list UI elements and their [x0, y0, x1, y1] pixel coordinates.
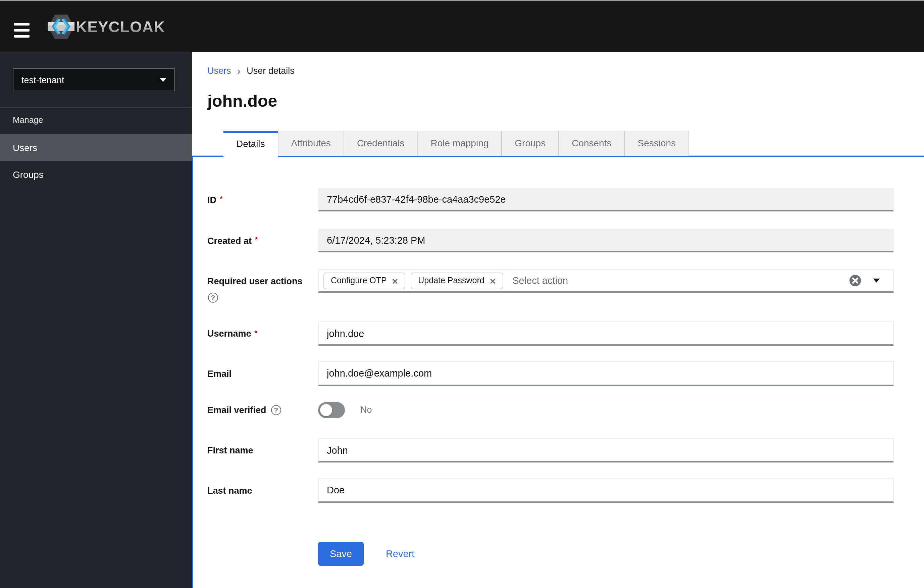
required-asterisk: *: [255, 235, 258, 243]
help-icon[interactable]: ?: [271, 405, 281, 415]
toggle-knob: [320, 404, 332, 416]
save-button[interactable]: Save: [318, 542, 364, 566]
tabs: Details Attributes Credentials Role mapp…: [223, 131, 689, 157]
required-user-actions-multiselect[interactable]: Configure OTP × Update Password × Select…: [318, 269, 894, 293]
tab-credentials[interactable]: Credentials: [343, 131, 417, 156]
field-label-id: ID*: [207, 195, 223, 205]
form-row-last-name: Last name: [192, 478, 924, 503]
clear-selection-icon[interactable]: [850, 275, 861, 286]
hamburger-icon: [14, 23, 30, 25]
menu-toggle-button[interactable]: [14, 23, 30, 38]
last-name-input[interactable]: [318, 478, 894, 503]
realm-selector[interactable]: test-tenant: [13, 68, 175, 91]
form-row-first-name: First name: [192, 438, 924, 462]
field-label-first-name: First name: [207, 445, 253, 456]
field-label-email: Email: [207, 368, 231, 378]
form-row-username: Username*: [192, 322, 924, 346]
email-verified-toggle[interactable]: [318, 402, 345, 418]
realm-selector-value: test-tenant: [21, 75, 160, 85]
field-label-last-name: Last name: [207, 485, 252, 496]
tab-groups[interactable]: Groups: [501, 131, 558, 156]
sidebar-item-groups[interactable]: Groups: [0, 161, 192, 188]
field-label-username: Username*: [207, 329, 257, 339]
id-input: [318, 188, 894, 211]
email-verified-state: No: [360, 402, 372, 418]
chip-update-password: Update Password ×: [411, 272, 503, 289]
sidebar-item-users[interactable]: Users: [0, 134, 192, 161]
tab-role-mapping[interactable]: Role mapping: [417, 131, 502, 156]
field-label-required-user-actions: Required user actions: [207, 276, 303, 286]
close-icon[interactable]: ×: [490, 276, 496, 286]
sidebar-item-label: Groups: [13, 169, 44, 180]
multiselect-placeholder: Select action: [512, 275, 568, 286]
keycloak-admin-console: KEYCLOAK test-tenant Manage Users Groups…: [0, 0, 924, 588]
brand-text: KEYCLOAK: [76, 18, 165, 36]
sidebar: test-tenant Manage Users Groups: [0, 52, 192, 588]
keycloak-logo: KEYCLOAK: [48, 13, 165, 40]
chevron-down-icon: [160, 78, 167, 82]
required-asterisk: *: [255, 328, 258, 336]
sidebar-item-label: Users: [13, 142, 37, 153]
tab-attributes[interactable]: Attributes: [278, 131, 343, 156]
first-name-input[interactable]: [318, 438, 894, 462]
form-row-id: ID*: [192, 188, 924, 211]
email-input[interactable]: [318, 361, 894, 386]
sidebar-nav: Users Groups: [0, 134, 192, 188]
form-actions: Save Revert: [192, 542, 924, 566]
username-input[interactable]: [318, 322, 894, 346]
keycloak-logo-icon: [48, 13, 74, 40]
revert-link[interactable]: Revert: [386, 542, 414, 566]
sidebar-divider: [0, 107, 192, 108]
help-icon[interactable]: ?: [208, 293, 218, 303]
field-label-email-verified: Email verified ?: [207, 405, 281, 415]
tab-details[interactable]: Details: [223, 131, 278, 157]
created-at-input: [318, 229, 894, 253]
form-row-required-user-actions: Required user actions ? Configure OTP × …: [192, 269, 924, 293]
form-row-email-verified: Email verified ? No: [192, 402, 924, 418]
required-asterisk: *: [220, 194, 223, 202]
form-row-email: Email: [192, 361, 924, 386]
close-icon[interactable]: ×: [392, 276, 398, 286]
chip-configure-otp: Configure OTP ×: [323, 272, 405, 289]
tab-consents[interactable]: Consents: [558, 131, 624, 156]
tab-sessions[interactable]: Sessions: [624, 131, 689, 156]
nav-section-manage: Manage: [13, 116, 43, 125]
main-content: Users › User details john.doe Details At…: [192, 52, 924, 588]
form-row-created-at: Created at*: [192, 229, 924, 253]
topbar: KEYCLOAK: [0, 0, 924, 52]
chevron-down-icon[interactable]: [873, 279, 880, 282]
tab-content-left-border: [192, 156, 193, 588]
field-label-created-at: Created at*: [207, 236, 258, 246]
